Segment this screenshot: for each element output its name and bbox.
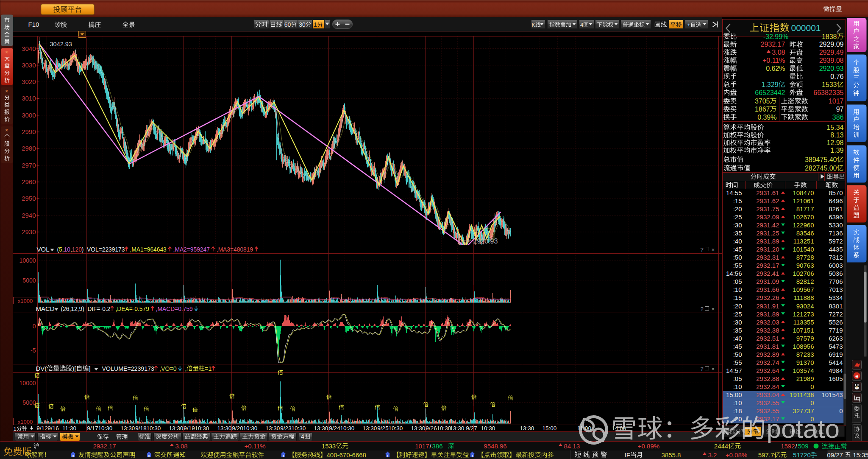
svg-text:386: 386 bbox=[432, 442, 443, 450]
svg-text:4: 4 bbox=[580, 22, 583, 28]
svg-text:2930: 2930 bbox=[22, 228, 36, 235]
svg-text:10:30: 10:30 bbox=[437, 425, 451, 431]
svg-text:2980: 2980 bbox=[22, 145, 36, 152]
svg-text:103574: 103574 bbox=[793, 367, 814, 374]
svg-text:8: 8 bbox=[363, 451, 366, 459]
svg-text:4: 4 bbox=[327, 451, 330, 459]
svg-text:9/27: 9/27 bbox=[466, 425, 477, 431]
svg-text:e: e bbox=[855, 373, 858, 379]
svg-text:7: 7 bbox=[771, 451, 774, 459]
svg-text:2932.17: 2932.17 bbox=[756, 262, 779, 269]
svg-text:13:30: 13:30 bbox=[121, 425, 135, 431]
svg-text:113251: 113251 bbox=[793, 238, 814, 245]
svg-text:3: 3 bbox=[862, 451, 865, 459]
svg-text:386: 386 bbox=[832, 114, 844, 121]
svg-text:×: × bbox=[5, 49, 8, 55]
svg-text:.: . bbox=[769, 451, 771, 459]
svg-text:82812: 82812 bbox=[796, 278, 814, 285]
svg-text:6396: 6396 bbox=[829, 213, 843, 221]
svg-text:,VO=0: ,VO=0 bbox=[159, 365, 177, 372]
svg-text:5972: 5972 bbox=[829, 238, 843, 245]
svg-text:,MA2=959247: ,MA2=959247 bbox=[173, 246, 210, 253]
svg-text:66382335: 66382335 bbox=[813, 89, 843, 96]
svg-text:9/20: 9/20 bbox=[232, 425, 243, 431]
svg-text::15: :15 bbox=[733, 197, 742, 204]
svg-text:5330: 5330 bbox=[829, 221, 843, 229]
svg-text:2932.38: 2932.38 bbox=[756, 327, 779, 334]
svg-text::10: :10 bbox=[733, 383, 742, 390]
svg-text:0: 0 bbox=[827, 451, 830, 459]
svg-text:4: 4 bbox=[718, 442, 721, 450]
svg-text:7: 7 bbox=[839, 451, 843, 459]
svg-text:107151: 107151 bbox=[793, 327, 814, 334]
svg-text:3040: 3040 bbox=[22, 45, 36, 52]
svg-text:×: × bbox=[5, 127, 8, 133]
svg-text::25: :25 bbox=[733, 213, 742, 221]
svg-text:=: = bbox=[205, 365, 208, 372]
svg-text:+: + bbox=[687, 22, 690, 28]
svg-text:21989: 21989 bbox=[796, 375, 814, 382]
svg-text:2932.55: 2932.55 bbox=[756, 399, 779, 406]
svg-text:-5: -5 bbox=[31, 347, 36, 354]
svg-text::20: :20 bbox=[733, 205, 742, 213]
svg-text:9548.96: 9548.96 bbox=[484, 442, 506, 450]
svg-text:1017: 1017 bbox=[829, 98, 844, 105]
svg-text:1.39: 1.39 bbox=[830, 147, 843, 154]
svg-text:3020: 3020 bbox=[22, 78, 36, 85]
svg-text:9/25: 9/25 bbox=[377, 425, 388, 431]
svg-text:): ) bbox=[72, 365, 74, 372]
svg-text:5473: 5473 bbox=[829, 343, 843, 350]
svg-text:3: 3 bbox=[767, 81, 771, 88]
svg-text:1: 1 bbox=[314, 21, 317, 28]
svg-text:6: 6 bbox=[359, 451, 362, 459]
svg-text:0: 0 bbox=[807, 451, 810, 459]
svg-text:2932.41: 2932.41 bbox=[756, 270, 779, 277]
svg-text:0: 0 bbox=[762, 98, 766, 105]
svg-text:13:30: 13:30 bbox=[169, 425, 184, 431]
svg-text:9/26: 9/26 bbox=[426, 425, 437, 431]
svg-text:1: 1 bbox=[853, 451, 856, 459]
svg-text:4: 4 bbox=[816, 156, 820, 163]
svg-text:7312: 7312 bbox=[829, 254, 843, 261]
svg-text:12.98: 12.98 bbox=[826, 139, 843, 146]
svg-text::05: :05 bbox=[733, 375, 742, 382]
svg-text:0: 0 bbox=[334, 451, 337, 459]
svg-text:102706: 102706 bbox=[793, 270, 814, 277]
svg-text:13:30: 13:30 bbox=[217, 425, 232, 431]
svg-text:10: 10 bbox=[64, 246, 71, 253]
svg-text:3042.93: 3042.93 bbox=[50, 41, 72, 48]
svg-text:I: I bbox=[625, 451, 626, 459]
svg-text:5: 5 bbox=[823, 156, 827, 163]
svg-text:F: F bbox=[626, 451, 630, 459]
svg-text:84.13: 84.13 bbox=[564, 442, 580, 450]
svg-text:4984: 4984 bbox=[829, 367, 843, 374]
svg-text:2931.75: 2931.75 bbox=[756, 205, 779, 213]
svg-text:2: 2 bbox=[714, 442, 718, 450]
svg-text::05: :05 bbox=[733, 278, 742, 285]
svg-text:2: 2 bbox=[812, 165, 816, 172]
svg-text:6: 6 bbox=[356, 451, 359, 459]
svg-text:×: × bbox=[712, 246, 715, 253]
svg-text:10:30: 10:30 bbox=[243, 425, 258, 431]
svg-text:2: 2 bbox=[804, 451, 807, 459]
svg-text:1: 1 bbox=[755, 106, 759, 113]
svg-text::15: :15 bbox=[733, 294, 742, 301]
svg-text:1: 1 bbox=[208, 365, 211, 372]
svg-text:3: 3 bbox=[829, 81, 833, 88]
svg-text:): ) bbox=[82, 246, 84, 253]
svg-text:x1000: x1000 bbox=[18, 419, 33, 425]
svg-text:4435: 4435 bbox=[829, 246, 843, 253]
svg-text:2931.89: 2931.89 bbox=[756, 238, 779, 245]
svg-text:D: D bbox=[36, 365, 41, 372]
svg-text:0: 0 bbox=[829, 165, 833, 172]
svg-text:2931.62: 2931.62 bbox=[756, 197, 779, 204]
svg-text:121061: 121061 bbox=[793, 197, 814, 204]
svg-text:66523442: 66523442 bbox=[755, 89, 785, 96]
svg-text:9/23: 9/23 bbox=[280, 425, 291, 431]
svg-text:1: 1 bbox=[14, 425, 17, 432]
svg-text:2932.89: 2932.89 bbox=[756, 351, 779, 358]
svg-text:2931.89: 2931.89 bbox=[756, 311, 779, 318]
svg-text:2932.31: 2932.31 bbox=[756, 254, 779, 261]
svg-text:3855.8: 3855.8 bbox=[662, 451, 681, 459]
svg-text:0.76: 0.76 bbox=[830, 73, 843, 80]
